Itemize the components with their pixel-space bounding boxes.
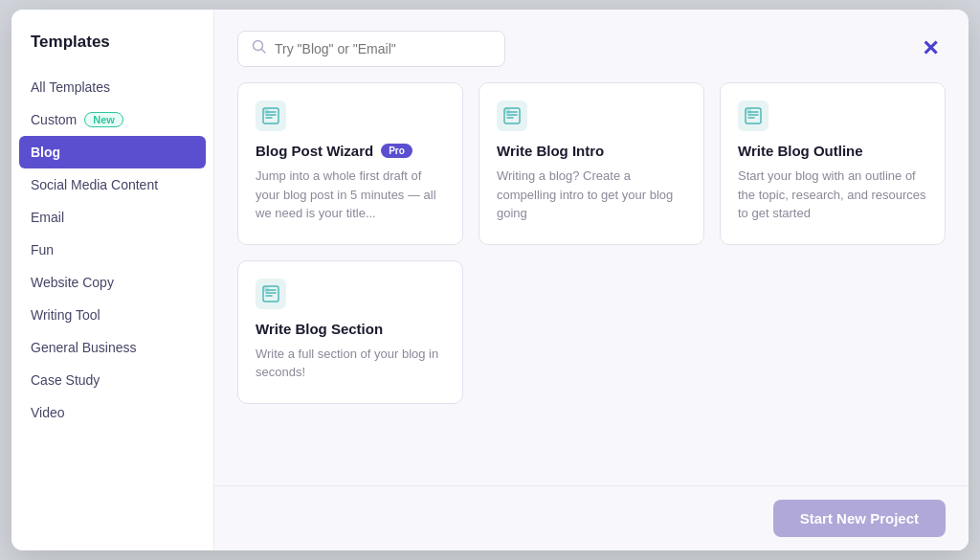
- sidebar-item-email[interactable]: Email: [11, 201, 213, 234]
- card-icon: [497, 101, 527, 131]
- sidebar-item-video[interactable]: Video: [11, 396, 213, 429]
- sidebar-item-writing-tool[interactable]: Writing Tool: [11, 299, 213, 331]
- search-input[interactable]: [275, 41, 491, 56]
- svg-rect-6: [264, 109, 269, 114]
- svg-line-1: [262, 50, 266, 54]
- sidebar-item-case-study[interactable]: Case Study: [11, 364, 213, 396]
- sidebar-item-label: Case Study: [31, 372, 100, 388]
- main-content: ✕ Blog Post Wizar: [214, 10, 969, 550]
- svg-rect-11: [505, 109, 510, 114]
- sidebar-item-label: Social Media Content: [31, 177, 158, 192]
- svg-rect-21: [264, 287, 269, 292]
- sidebar-item-fun[interactable]: Fun: [11, 234, 213, 266]
- sidebar-item-social-media[interactable]: Social Media Content: [11, 168, 213, 201]
- search-icon: [252, 39, 267, 58]
- sidebar-item-label: All Templates: [31, 79, 110, 95]
- sidebar-item-label: Fun: [31, 242, 54, 258]
- card-title-row: Blog Post Wizard Pro: [256, 143, 445, 159]
- sidebar-item-label: Video: [31, 405, 65, 420]
- search-box[interactable]: [237, 31, 505, 67]
- start-new-project-button[interactable]: Start New Project: [773, 500, 946, 537]
- card-title: Write Blog Intro: [497, 143, 604, 159]
- card-description: Writing a blog? Create a compelling intr…: [497, 167, 686, 223]
- close-button[interactable]: ✕: [915, 34, 946, 64]
- sidebar-item-label: General Business: [31, 340, 137, 355]
- sidebar-item-general-business[interactable]: General Business: [11, 331, 213, 364]
- sidebar-item-label: Writing Tool: [31, 307, 100, 323]
- card-description: Jump into a whole first draft of your bl…: [256, 167, 445, 223]
- templates-modal: Templates All Templates Custom New Blog …: [11, 10, 969, 550]
- sidebar-item-all-templates[interactable]: All Templates: [11, 71, 213, 103]
- sidebar-item-label: Custom: [31, 112, 77, 127]
- sidebar-item-blog[interactable]: Blog: [19, 136, 206, 168]
- sidebar-title: Templates: [11, 33, 213, 71]
- card-write-blog-section[interactable]: Write Blog Section Write a full section …: [237, 260, 463, 404]
- card-icon: [256, 101, 286, 131]
- card-icon: [738, 101, 768, 131]
- card-write-blog-outline[interactable]: Write Blog Outline Start your blog with …: [720, 82, 946, 245]
- card-blog-post-wizard[interactable]: Blog Post Wizard Pro Jump into a whole f…: [237, 82, 463, 245]
- sidebar-item-website-copy[interactable]: Website Copy: [11, 266, 213, 299]
- pro-badge: Pro: [381, 144, 412, 158]
- card-icon: [256, 279, 286, 309]
- card-title-row: Write Blog Intro: [497, 143, 686, 159]
- sidebar: Templates All Templates Custom New Blog …: [11, 10, 214, 550]
- card-title: Blog Post Wizard: [256, 143, 373, 159]
- new-badge: New: [84, 112, 123, 127]
- card-title-row: Write Blog Section: [256, 321, 445, 337]
- modal-footer: Start New Project: [214, 485, 969, 550]
- card-title: Write Blog Section: [256, 321, 383, 337]
- card-write-blog-intro[interactable]: Write Blog Intro Writing a blog? Create …: [479, 82, 704, 245]
- sidebar-item-label: Email: [31, 210, 64, 225]
- cards-area: Blog Post Wizard Pro Jump into a whole f…: [214, 82, 969, 485]
- sidebar-item-custom[interactable]: Custom New: [11, 103, 213, 136]
- card-description: Write a full section of your blog in sec…: [256, 345, 445, 382]
- sidebar-item-label: Blog: [31, 145, 60, 160]
- sidebar-item-label: Website Copy: [31, 275, 114, 290]
- svg-rect-16: [746, 109, 751, 114]
- card-title: Write Blog Outline: [738, 143, 863, 159]
- cards-grid: Blog Post Wizard Pro Jump into a whole f…: [237, 82, 946, 404]
- main-header: ✕: [214, 10, 969, 82]
- card-description: Start your blog with an outline of the t…: [738, 167, 927, 223]
- card-title-row: Write Blog Outline: [738, 143, 927, 159]
